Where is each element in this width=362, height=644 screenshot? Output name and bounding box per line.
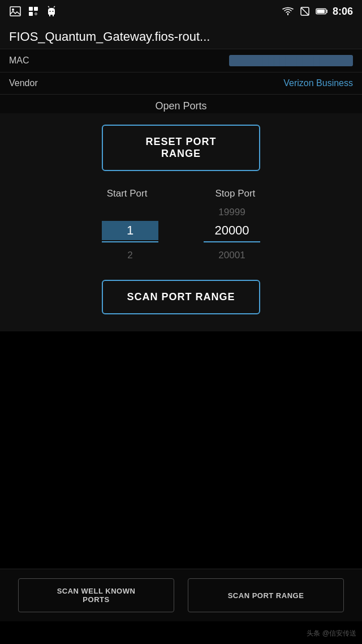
status-bar-left	[9, 5, 58, 18]
port-inputs-section: Start Port Stop Port 2 19999	[23, 182, 339, 263]
svg-rect-0	[10, 7, 20, 16]
scan-port-range-bottom-button[interactable]: SCAN PORT RANGE	[188, 578, 344, 612]
svg-rect-4	[29, 12, 33, 16]
status-bar: 8:06	[0, 0, 362, 23]
stop-port-col: 19999 20001	[204, 205, 260, 263]
start-port-input[interactable]	[102, 221, 158, 240]
status-time: 8:06	[333, 6, 353, 18]
start-port-below: 2	[127, 248, 132, 263]
svg-point-6	[50, 11, 51, 12]
app-header: FIOS_Quantum_Gateway.fios-rout...	[0, 23, 362, 49]
port-inputs-header: Start Port Stop Port	[23, 182, 339, 203]
image-icon	[9, 5, 21, 18]
start-port-label: Start Port	[107, 188, 148, 199]
vendor-row: Vendor Verizon Business	[0, 72, 362, 95]
start-port-col: 2	[102, 205, 158, 263]
stop-port-below: 20001	[218, 248, 245, 263]
signal-blocked-icon	[299, 5, 311, 18]
scan-well-known-ports-button[interactable]: SCAN WELL KNOWNPORTS	[18, 578, 174, 612]
svg-rect-5	[35, 13, 37, 15]
dialog-container: RESET PORT RANGE Start Port Stop Port 2 …	[0, 113, 362, 331]
stop-port-above: 19999	[218, 205, 245, 220]
svg-rect-3	[34, 7, 38, 11]
watermark: 头条 @信安传送	[307, 629, 356, 638]
port-inputs-row: 2 19999 20001	[23, 205, 339, 263]
reset-port-range-button[interactable]: RESET PORT RANGE	[102, 125, 260, 171]
vendor-label: Vendor	[9, 78, 38, 88]
stop-port-input[interactable]	[204, 221, 260, 240]
app-title: FIOS_Quantum_Gateway.fios-rout...	[9, 29, 353, 44]
mac-value: ██████████████	[229, 55, 353, 66]
stop-port-label: Stop Port	[215, 188, 255, 199]
start-port-line	[102, 241, 158, 242]
stop-port-line	[204, 241, 260, 242]
android-icon	[45, 5, 58, 18]
svg-line-9	[54, 6, 55, 7]
bottom-bar: SCAN WELL KNOWNPORTS SCAN PORT RANGE	[0, 569, 362, 621]
start-port-wrapper	[102, 221, 158, 242]
svg-rect-2	[29, 7, 33, 11]
app-icon	[27, 5, 40, 18]
svg-point-7	[53, 11, 54, 12]
vendor-value: Verizon Business	[283, 78, 353, 88]
scan-port-range-button[interactable]: SCAN PORT RANGE	[102, 280, 260, 314]
svg-line-11	[301, 7, 309, 15]
open-ports-title: Open Ports	[155, 100, 206, 112]
svg-point-1	[12, 8, 14, 11]
svg-rect-13	[317, 10, 325, 13]
mac-row: MAC ██████████████	[0, 49, 362, 72]
mac-label: MAC	[9, 56, 29, 66]
stop-port-wrapper	[204, 221, 260, 242]
svg-line-8	[48, 6, 49, 7]
battery-icon	[316, 5, 328, 18]
wifi-icon	[282, 5, 294, 18]
